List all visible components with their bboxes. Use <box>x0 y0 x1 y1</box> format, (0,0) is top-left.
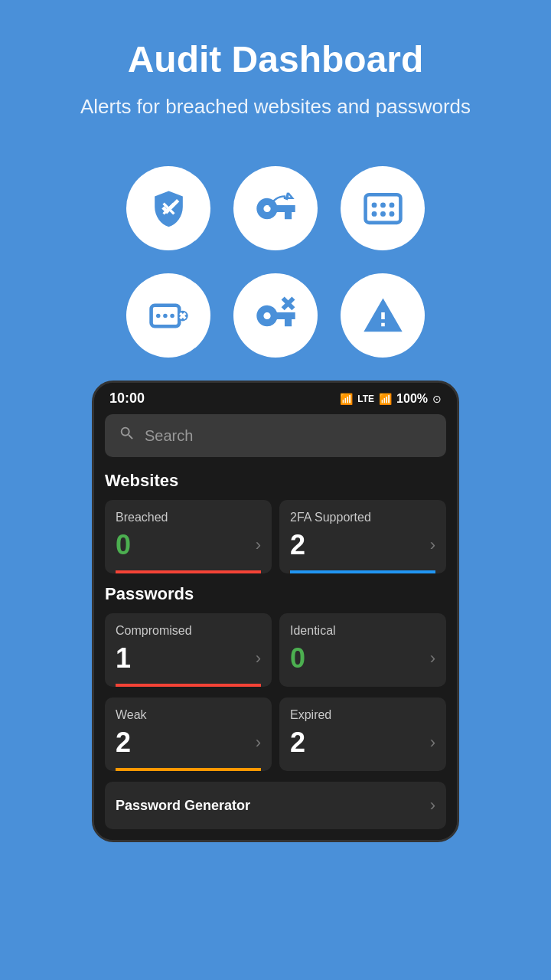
search-placeholder: Search <box>145 427 193 445</box>
icons-grid <box>126 166 425 358</box>
identical-row: 0 › <box>290 642 435 684</box>
status-icons: 📶 LTE 📶 100% ⊙ <box>340 392 442 406</box>
password-wrong-icon[interactable] <box>126 273 210 358</box>
breached-row: 0 › <box>116 529 261 570</box>
svg-point-10 <box>170 314 174 318</box>
password-generator-item[interactable]: Password Generator › <box>105 782 446 829</box>
key-rotate-icon[interactable] <box>233 166 318 250</box>
app-content: Search Websites Breached 0 › 2FA Support… <box>94 414 457 840</box>
passwords-cards-grid-top: Compromised 1 › Identical 0 › <box>105 613 446 687</box>
websites-section: Websites Breached 0 › 2FA Supported 2 <box>105 471 446 573</box>
svg-point-4 <box>371 211 377 217</box>
identical-chevron: › <box>430 648 435 668</box>
password-generator-chevron: › <box>430 795 435 815</box>
battery-icon: ⊙ <box>432 393 442 405</box>
expired-label: Expired <box>290 708 435 722</box>
weak-indicator <box>116 768 261 771</box>
page-title: Audit Dashboard <box>31 38 520 80</box>
breached-value: 0 <box>116 529 131 561</box>
expired-card[interactable]: Expired 2 › <box>279 697 446 771</box>
identical-indicator <box>290 684 435 687</box>
wifi-icon: 📶 <box>340 393 353 405</box>
2fa-row: 2 › <box>290 529 435 570</box>
search-icon <box>119 425 135 446</box>
weak-card[interactable]: Weak 2 › <box>105 697 272 771</box>
password-dots-icon[interactable] <box>341 166 425 250</box>
weak-row: 2 › <box>116 727 261 768</box>
svg-rect-0 <box>365 194 400 223</box>
compromised-label: Compromised <box>116 624 261 638</box>
expired-indicator <box>290 768 435 771</box>
passwords-section-header: Passwords <box>105 584 446 604</box>
weak-label: Weak <box>116 708 261 722</box>
identical-card[interactable]: Identical 0 › <box>279 613 446 687</box>
websites-section-header: Websites <box>105 471 446 491</box>
compromised-card[interactable]: Compromised 1 › <box>105 613 272 687</box>
lte-icon: LTE <box>357 394 374 404</box>
compromised-row: 1 › <box>116 642 261 684</box>
identical-value: 0 <box>290 642 305 675</box>
compromised-indicator <box>116 684 261 687</box>
status-time: 10:00 <box>109 390 145 407</box>
page-subtitle: Alerts for breached websites and passwor… <box>31 93 520 120</box>
expired-chevron: › <box>430 733 435 753</box>
weak-value: 2 <box>116 727 131 759</box>
2fa-chevron: › <box>430 535 435 555</box>
compromised-value: 1 <box>116 642 131 675</box>
websites-cards-grid: Breached 0 › 2FA Supported 2 › <box>105 500 446 573</box>
svg-point-3 <box>389 202 394 207</box>
2fa-value: 2 <box>290 529 305 561</box>
identical-label: Identical <box>290 624 435 638</box>
svg-point-6 <box>389 211 394 217</box>
svg-point-8 <box>156 314 161 318</box>
shield-breach-icon[interactable] <box>126 166 210 250</box>
search-bar[interactable]: Search <box>105 414 446 457</box>
2fa-card[interactable]: 2FA Supported 2 › <box>279 500 446 573</box>
weak-chevron: › <box>256 733 261 753</box>
battery-text: 100% <box>396 392 428 406</box>
svg-point-2 <box>380 202 386 207</box>
expired-value: 2 <box>290 727 305 759</box>
breached-label: Breached <box>116 511 261 524</box>
svg-point-5 <box>380 211 386 217</box>
phone-mockup: 10:00 📶 LTE 📶 100% ⊙ Search Websites <box>92 381 459 842</box>
passwords-section: Passwords Compromised 1 › Identical 0 <box>105 584 446 771</box>
2fa-label: 2FA Supported <box>290 511 435 524</box>
breached-card[interactable]: Breached 0 › <box>105 500 272 573</box>
key-cross-icon[interactable] <box>233 273 318 358</box>
2fa-indicator <box>290 570 435 573</box>
header-section: Audit Dashboard Alerts for breached webs… <box>0 0 551 136</box>
signal-icon: 📶 <box>379 393 392 405</box>
breached-chevron: › <box>256 535 261 555</box>
svg-point-1 <box>371 202 377 207</box>
warning-icon[interactable] <box>341 273 425 358</box>
expired-row: 2 › <box>290 727 435 768</box>
status-bar: 10:00 📶 LTE 📶 100% ⊙ <box>94 383 457 414</box>
passwords-cards-grid-bottom: Weak 2 › Expired 2 › <box>105 697 446 771</box>
breached-indicator <box>116 570 261 573</box>
password-generator-label: Password Generator <box>116 798 250 814</box>
svg-point-9 <box>163 314 168 318</box>
compromised-chevron: › <box>256 648 261 668</box>
